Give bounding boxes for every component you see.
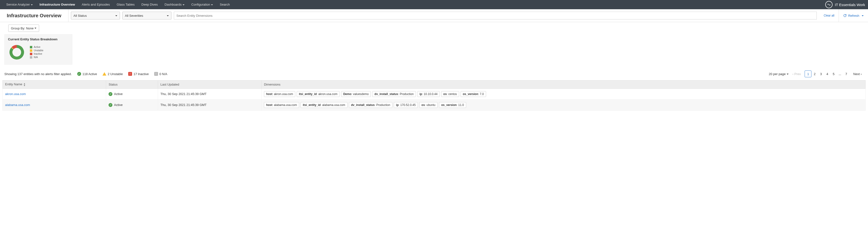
col-dimensions: Dimensions [261, 81, 866, 89]
per-page-dropdown[interactable]: 20 per page [769, 72, 788, 76]
pager-next[interactable]: Next › [851, 71, 864, 77]
severity-dropdown-label: All Severities [125, 14, 143, 18]
page-title: Infrastructure Overview [0, 9, 68, 22]
dimension-pill-ip[interactable]: ip: 170.52.0.45 [394, 102, 418, 108]
stat-active: ✓118 Active [77, 72, 97, 76]
refresh-label: Refresh [848, 14, 859, 18]
pager-page-5[interactable]: 5 [830, 71, 837, 77]
caret-icon [166, 14, 169, 18]
dimension-pill-os_version[interactable]: os_version: 7.0 [461, 91, 486, 97]
error-icon: ! [128, 72, 132, 76]
stat-unstable: 2 Unstable [102, 72, 123, 76]
top-nav: Service AnalyzerInfrastructure OverviewA… [0, 0, 868, 9]
pager-page-4[interactable]: 4 [824, 71, 830, 77]
table-row: akron.usa.com✓ActiveThu, 30 Sep 2021 21:… [3, 88, 866, 99]
pager-prev[interactable]: ‹ Prev [790, 71, 803, 77]
dimension-pill-os[interactable]: os: centos [441, 91, 459, 97]
nav-deep-dives[interactable]: Deep Dives [138, 0, 161, 9]
dimension-pill-host[interactable]: host: alabama.usa.com [264, 102, 299, 108]
group-by-dropdown[interactable]: Group By: None [8, 25, 39, 32]
pager-page-7[interactable]: 7 [843, 71, 849, 77]
entity-table: Entity Name▲▼StatusLast UpdatedDimension… [2, 80, 866, 111]
pager: 20 per page ‹ Prev 12345...7 Next › [769, 70, 864, 77]
refresh-button[interactable]: Refresh [839, 14, 868, 18]
breakdown-title: Current Entity Status Breakdown [8, 37, 69, 41]
dimension-pill-dv_install_status[interactable]: dv_install_status: Production [372, 91, 416, 97]
pager-ellipsis: ... [837, 71, 843, 77]
col-status: Status [106, 81, 158, 89]
refresh-icon [843, 14, 847, 17]
legend-swatch [30, 46, 32, 48]
nav-dashboards[interactable]: Dashboards [161, 0, 188, 9]
entity-link[interactable]: alabama.usa.com [5, 103, 30, 107]
nav-infrastructure-overview[interactable]: Infrastructure Overview [36, 0, 79, 9]
dimension-pill-os[interactable]: os: ubuntu [419, 102, 437, 108]
check-icon: ✓ [108, 103, 113, 107]
na-icon: ! [154, 72, 158, 76]
filters: All Status All Severities [68, 12, 819, 20]
legend-swatch [30, 56, 32, 59]
last-updated: Thu, 30 Sep 2021 21:45:39 GMT [158, 88, 261, 99]
col-entity-name[interactable]: Entity Name▲▼ [3, 81, 106, 89]
dimension-pill-itsi_entity_id[interactable]: itsi_entity_id: alabama.usa.com [301, 102, 347, 108]
check-icon: ✓ [108, 92, 113, 96]
list-summary-bar: Showing 137 entities with no alerts filt… [0, 69, 868, 79]
warning-icon [102, 72, 106, 76]
pager-page-1[interactable]: 1 [805, 70, 811, 77]
legend-item: Unstable [30, 49, 43, 52]
clear-all-link[interactable]: Clear all [819, 9, 839, 22]
dimension-pill-Demo[interactable]: Demo: valuesdemo [341, 91, 371, 97]
chart-legend: ActiveUnstableInactiveN/A [30, 46, 43, 59]
sort-icon: ▲▼ [23, 83, 26, 87]
legend-item: Inactive [30, 52, 43, 56]
brand-icon [825, 1, 833, 8]
entity-link[interactable]: akron.usa.com [5, 92, 26, 96]
status-cell: ✓Active [108, 103, 155, 107]
legend-item: N/A [30, 56, 43, 59]
caret-icon [114, 14, 117, 18]
legend-item: Active [30, 46, 43, 49]
search-input[interactable] [174, 12, 817, 20]
dimension-pill-os_version[interactable]: os_version: 11.0 [439, 102, 466, 108]
severity-dropdown[interactable]: All Severities [122, 12, 172, 20]
status-breakdown-card: Current Entity Status Breakdown ActiveUn… [4, 34, 72, 65]
dimension-pill-itsi_entity_id[interactable]: itsi_entity_id: akron.usa.com [297, 91, 340, 97]
sub-toolbar: Group By: None [0, 22, 868, 34]
nav-service-analyzer[interactable]: Service Analyzer [3, 0, 36, 9]
stat-inactive: !17 Inactive [128, 72, 149, 76]
status-dropdown-label: All Status [73, 14, 87, 18]
brand-label: IT Essentials Work [835, 3, 865, 7]
legend-swatch [30, 49, 32, 52]
dimensions: host: akron.usa.comitsi_entity_id: akron… [264, 91, 863, 97]
pager-page-2[interactable]: 2 [811, 71, 818, 77]
nav-configuration[interactable]: Configuration [188, 0, 216, 9]
dimension-pill-host[interactable]: host: akron.usa.com [264, 91, 295, 97]
dimension-pill-dv_install_status[interactable]: dv_install_status: Production [349, 102, 392, 108]
col-last-updated: Last Updated [158, 81, 261, 89]
nav-search[interactable]: Search [216, 0, 233, 9]
status-dropdown[interactable]: All Status [71, 12, 120, 20]
nav-alerts-and-episodes[interactable]: Alerts and Episodes [79, 0, 114, 9]
nav-glass-tables[interactable]: Glass Tables [113, 0, 138, 9]
dimension-pill-ip[interactable]: ip: 10.10.0.44 [417, 91, 440, 97]
dimensions: host: alabama.usa.comitsi_entity_id: ala… [264, 102, 863, 108]
table-row: alabama.usa.com✓ActiveThu, 30 Sep 2021 2… [3, 99, 866, 110]
last-updated: Thu, 30 Sep 2021 21:45:39 GMT [158, 99, 261, 110]
legend-swatch [30, 53, 32, 55]
toolbar: Infrastructure Overview All Status All S… [0, 9, 868, 22]
check-icon: ✓ [77, 72, 81, 76]
showing-text: Showing 137 entities with no alerts filt… [4, 72, 72, 76]
status-cell: ✓Active [108, 92, 155, 96]
group-by-label: Group By: None [11, 27, 33, 30]
status-donut-chart [8, 43, 26, 61]
brand[interactable]: IT Essentials Work [825, 1, 865, 8]
caret-icon [861, 14, 864, 18]
pager-page-3[interactable]: 3 [818, 71, 824, 77]
stat-na: !0 N/A [154, 72, 167, 76]
